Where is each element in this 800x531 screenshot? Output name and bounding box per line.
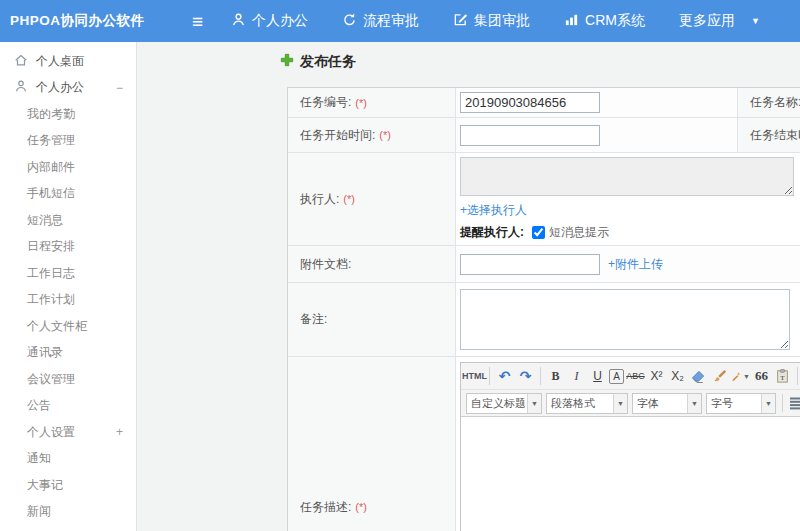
add-plus-icon: [280, 53, 300, 71]
row-executor: 执行人: (*) +选择执行人 提醒执行人: 短消息提示: [288, 153, 800, 246]
bold-button[interactable]: B: [546, 366, 565, 387]
menu-toggle-button[interactable]: ≡: [192, 12, 203, 31]
magic-format-button[interactable]: ▼: [731, 366, 750, 387]
nav-item-workflow-approval[interactable]: 流程审批: [342, 12, 419, 30]
paragraph-format-select[interactable]: 段落格式▼: [546, 393, 628, 414]
sidebar-item-personal-files[interactable]: 个人文件柜: [0, 313, 136, 340]
svg-text:T: T: [780, 374, 785, 382]
task-number-label: 任务编号:: [300, 94, 351, 111]
required-mark: (*): [343, 193, 355, 205]
nav-item-group-approval[interactable]: 集团审批: [453, 12, 530, 30]
row-attachment: 附件文档: +附件上传: [288, 246, 800, 283]
strikethrough-button[interactable]: ABC: [626, 366, 645, 387]
required-mark: (*): [355, 501, 367, 513]
start-time-input[interactable]: [460, 125, 600, 146]
font-size-select[interactable]: 字号▼: [706, 393, 776, 414]
sidebar-item-meeting-management[interactable]: 会议管理: [0, 366, 136, 393]
attachment-input[interactable]: [460, 254, 600, 275]
app-logo: PHPOA协同办公软件: [0, 12, 178, 30]
editor-toolbar-row-1: HTML ↶ ↷ B I U A ABC X² X₂ ▼: [461, 363, 800, 390]
underline-button[interactable]: U: [588, 366, 607, 387]
sidebar-item-internal-mail[interactable]: 内部邮件: [0, 154, 136, 181]
editor-content[interactable]: [461, 417, 800, 531]
end-time-label: 任务结束时间:: [750, 127, 800, 144]
executor-textarea[interactable]: [460, 157, 794, 196]
sms-remind-checkbox[interactable]: [532, 226, 545, 239]
nav-item-crm-system[interactable]: CRM系统: [564, 12, 645, 30]
nav-item-personal-office[interactable]: 个人办公: [231, 12, 308, 30]
caret-down-icon: ▼: [527, 394, 541, 413]
paste-button[interactable]: T: [773, 366, 792, 387]
sidebar-item-schedule[interactable]: 日程安排: [0, 234, 136, 261]
eraser-button[interactable]: [689, 366, 708, 387]
nav-item-more-apps[interactable]: 更多应用 ▼: [679, 12, 760, 30]
remind-executor-label: 提醒执行人:: [460, 224, 524, 241]
task-number-input[interactable]: [460, 92, 600, 113]
heading-select[interactable]: 自定义标题▼: [466, 393, 542, 414]
sidebar-item-notification[interactable]: 通知: [0, 446, 136, 473]
font-family-select[interactable]: 字体▼: [632, 393, 702, 414]
sidebar-item-news[interactable]: 新闻: [0, 499, 136, 526]
sidebar-item-mobile-sms[interactable]: 手机短信: [0, 181, 136, 208]
bar-chart-icon: [564, 12, 585, 30]
row-remark: 备注:: [288, 283, 800, 357]
start-time-label: 任务开始时间:: [300, 127, 375, 144]
undo-button[interactable]: ↶: [495, 366, 514, 387]
sidebar-item-personal-settings[interactable]: 个人设置 +: [0, 419, 136, 446]
row-description: 任务描述: (*) HTML ↶ ↷ B I U A ABC: [288, 357, 800, 531]
superscript-button[interactable]: X²: [647, 366, 666, 387]
italic-button[interactable]: I: [567, 366, 586, 387]
remark-textarea[interactable]: [460, 289, 790, 350]
task-form: 任务编号: (*) 任务名称: (*) 任务开始时间: (*) 任务结束时间:: [287, 87, 800, 531]
align-left-button[interactable]: [788, 393, 800, 414]
top-navbar: PHPOA协同办公软件 ≡ 个人办公 流程审批 集团审批 CRM系统 更多应用 …: [0, 0, 800, 42]
required-mark: (*): [355, 97, 367, 109]
sidebar-item-announcement[interactable]: 公告: [0, 393, 136, 420]
workflow-icon: [342, 12, 363, 30]
sidebar-item-task-management[interactable]: 任务管理: [0, 128, 136, 155]
edit-icon: [453, 12, 474, 30]
editor-toolbar-row-2: 自定义标题▼ 段落格式▼ 字体▼ 字号▼: [461, 390, 800, 417]
attachment-upload-link[interactable]: +附件上传: [608, 256, 663, 273]
description-label: 任务描述:: [300, 499, 351, 516]
row-start-time: 任务开始时间: (*) 任务结束时间: (*): [288, 118, 800, 153]
sidebar-item-work-plan[interactable]: 工作计划: [0, 287, 136, 314]
attachment-label: 附件文档:: [300, 256, 351, 273]
caret-down-icon: ▼: [743, 373, 750, 380]
boxed-a-button[interactable]: A: [609, 369, 624, 384]
remark-label: 备注:: [300, 311, 327, 328]
caret-down-icon: ▼: [613, 394, 627, 413]
sms-remind-option-label: 短消息提示: [549, 224, 609, 241]
sidebar-item-short-message[interactable]: 短消息: [0, 207, 136, 234]
subscript-button[interactable]: X₂: [668, 366, 687, 387]
select-executor-link[interactable]: +选择执行人: [460, 202, 527, 219]
executor-label: 执行人:: [300, 191, 339, 208]
person-icon: [14, 79, 36, 96]
sidebar-item-personal-office[interactable]: 个人办公 −: [0, 75, 136, 102]
page-title: 发布任务: [280, 53, 356, 71]
task-name-label: 任务名称:: [750, 94, 800, 111]
sidebar-item-personal-desktop[interactable]: 个人桌面: [0, 48, 136, 75]
expand-icon[interactable]: +: [116, 425, 123, 439]
sidebar-nav: 个人桌面 个人办公 − 我的考勤 任务管理 内部邮件 手机短信 短消息 日程安排…: [0, 42, 137, 531]
caret-down-icon: ▼: [761, 394, 775, 413]
required-mark: (*): [379, 129, 391, 141]
sidebar-item-contacts[interactable]: 通讯录: [0, 340, 136, 367]
caret-down-icon: ▼: [687, 394, 701, 413]
home-icon: [14, 53, 36, 70]
format-brush-button[interactable]: [710, 366, 729, 387]
collapse-icon[interactable]: −: [116, 81, 123, 95]
main-content: 发布任务 任务编号: (*) 任务名称: (*) 任务开始时间: (*): [137, 42, 800, 531]
sidebar-item-my-attendance[interactable]: 我的考勤: [0, 101, 136, 128]
row-task-number: 任务编号: (*) 任务名称: (*): [288, 88, 800, 118]
person-icon: [231, 12, 252, 30]
rich-text-editor: HTML ↶ ↷ B I U A ABC X² X₂ ▼: [460, 362, 800, 531]
sidebar-item-work-log[interactable]: 工作日志: [0, 260, 136, 287]
html-source-button[interactable]: HTML: [465, 366, 484, 387]
blockquote-button[interactable]: 66: [752, 366, 771, 387]
redo-button[interactable]: ↷: [516, 366, 535, 387]
caret-down-icon: ▼: [751, 16, 760, 26]
sidebar-item-memorabilia[interactable]: 大事记: [0, 472, 136, 499]
